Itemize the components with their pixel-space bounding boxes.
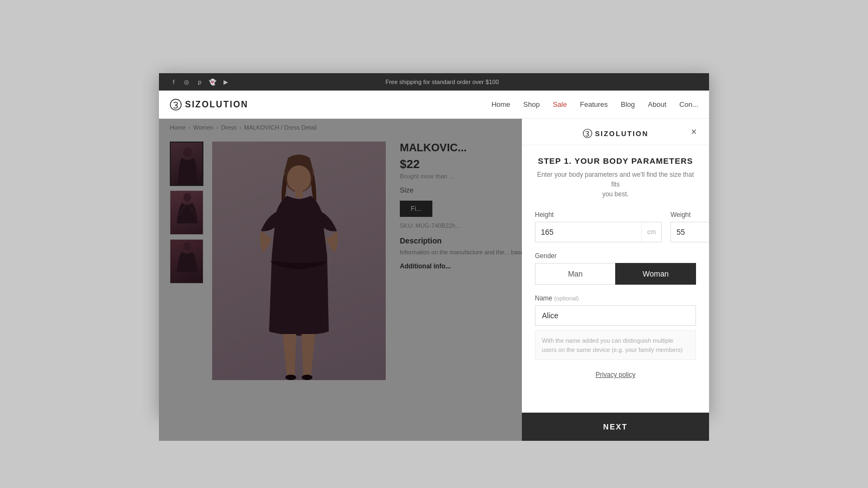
modal-close-button[interactable]: ×: [687, 125, 700, 138]
gender-man-button[interactable]: Man: [535, 263, 615, 285]
modal-step-title: STEP 1. YOUR BODY PARAMETERS: [535, 156, 696, 165]
site-background: Home › Women › Dress › MALKOVICH / Dress…: [159, 119, 709, 441]
shipping-text: Free shipping for standard order over $1…: [385, 79, 499, 85]
breadcrumb-women[interactable]: Women: [193, 124, 214, 131]
modal-body: STEP 1. YOUR BODY PARAMETERS Enter your …: [522, 145, 709, 413]
modal-logo-text: SIZOLUTION: [595, 130, 649, 138]
product-woman-svg: [228, 147, 369, 380]
svg-point-10: [302, 375, 312, 380]
site-nav: Home Shop Sale Features Blog About Con..…: [492, 100, 698, 108]
logo-text: SIZOLUTION: [185, 100, 248, 110]
modal-step-subtitle: Enter your body parameters and we'll fin…: [535, 170, 696, 199]
nav-blog[interactable]: Blog: [621, 100, 635, 108]
privacy-policy-link[interactable]: Privacy policy: [535, 371, 696, 378]
nav-shop[interactable]: Shop: [524, 100, 540, 108]
product-thumbnails: [170, 142, 203, 375]
thumbnail-2[interactable]: [170, 190, 203, 235]
height-weight-row: Height cm Weight kg: [535, 211, 696, 242]
name-hint-text: With the name added you can distinguish …: [535, 330, 696, 360]
youtube-icon[interactable]: ▶: [222, 78, 229, 86]
svg-point-2: [183, 193, 191, 202]
name-optional-label: (optional): [554, 295, 579, 301]
svg-point-9: [285, 375, 296, 380]
svg-point-1: [183, 147, 192, 157]
weight-input-wrapper: kg: [671, 222, 709, 242]
breadcrumb-product: MALKOVICH / Dress Detail: [244, 124, 317, 131]
product-image-background: [212, 142, 386, 380]
modal-header: SIZOLUTION ×: [522, 119, 709, 145]
name-group-container: Name (optional) With the name added you …: [535, 294, 696, 360]
find-size-button[interactable]: Fi...: [400, 201, 432, 217]
instagram-icon[interactable]: ◎: [183, 78, 190, 86]
breadcrumb-dress[interactable]: Dress: [221, 124, 237, 131]
name-label: Name (optional): [535, 294, 696, 302]
nav-features[interactable]: Features: [580, 100, 608, 108]
logo-icon: [170, 99, 182, 111]
gender-label: Gender: [535, 252, 696, 260]
thumb-dress-svg-2: [170, 191, 203, 235]
nav-about[interactable]: About: [648, 100, 666, 108]
next-button[interactable]: NEXT: [522, 413, 709, 441]
weight-input[interactable]: [671, 228, 709, 236]
gender-woman-button[interactable]: Woman: [615, 263, 696, 285]
height-unit: cm: [641, 222, 661, 242]
site-top-bar: f ◎ p 👻 ▶ Free shipping for standard ord…: [159, 73, 709, 91]
gender-buttons: Man Woman: [535, 263, 696, 285]
height-input[interactable]: [535, 228, 641, 236]
gender-group-container: Gender Man Woman: [535, 252, 696, 285]
thumbnail-3[interactable]: [170, 239, 203, 284]
modal-logo: SIZOLUTION: [583, 129, 649, 138]
next-button-label: NEXT: [603, 422, 628, 431]
site-main-header: SIZOLUTION Home Shop Sale Features Blog …: [159, 91, 709, 119]
name-input[interactable]: [535, 305, 696, 326]
social-icons: f ◎ p 👻 ▶: [170, 78, 229, 86]
pinterest-icon[interactable]: p: [196, 78, 203, 86]
product-main-image: [212, 142, 386, 380]
thumbnail-1[interactable]: [170, 142, 203, 186]
weight-label: Weight: [671, 211, 709, 219]
nav-contact[interactable]: Con...: [679, 100, 698, 108]
height-label: Height: [535, 211, 662, 219]
facebook-icon[interactable]: f: [170, 78, 177, 86]
nav-home[interactable]: Home: [492, 100, 510, 108]
breadcrumb-home[interactable]: Home: [170, 124, 186, 131]
nav-sale[interactable]: Sale: [553, 100, 567, 108]
svg-point-5: [183, 242, 191, 251]
thumb-dress-svg-1: [171, 143, 203, 186]
height-input-wrapper: cm: [535, 222, 662, 242]
modal-logo-icon: [583, 129, 592, 138]
browser-window: f ◎ p 👻 ▶ Free shipping for standard ord…: [159, 73, 709, 415]
weight-group: Weight kg: [671, 211, 709, 242]
body-parameters-modal: SIZOLUTION × STEP 1. YOUR BODY PARAMETER…: [522, 119, 709, 441]
svg-point-7: [287, 165, 311, 191]
svg-rect-8: [295, 189, 303, 198]
site-logo[interactable]: SIZOLUTION: [170, 99, 248, 111]
thumb-dress-svg-3: [170, 240, 203, 284]
height-group: Height cm: [535, 211, 662, 242]
snapchat-icon[interactable]: 👻: [209, 78, 216, 86]
